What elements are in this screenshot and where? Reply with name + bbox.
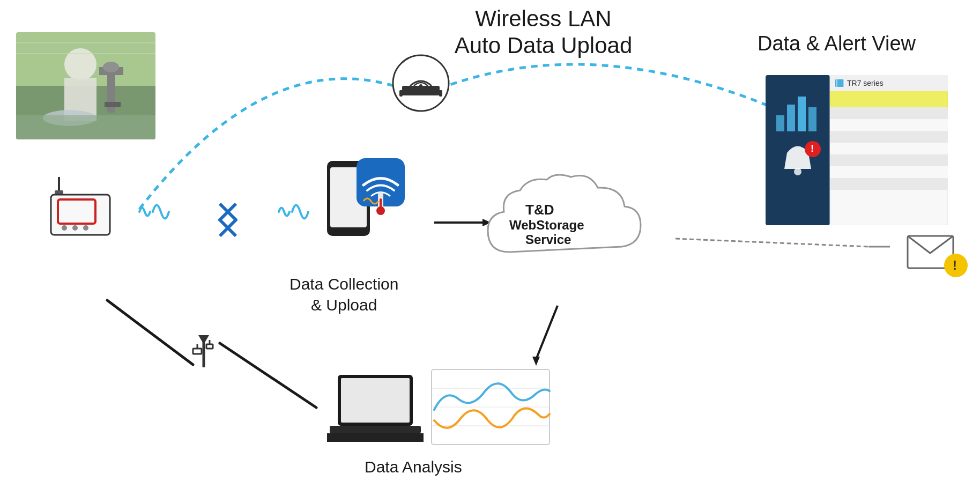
alert-view-title: Data & Alert View bbox=[758, 32, 916, 55]
svg-rect-17 bbox=[16, 115, 155, 139]
svg-point-26 bbox=[83, 225, 88, 231]
signal-waves-right bbox=[273, 190, 316, 235]
wifi-router bbox=[391, 54, 450, 120]
data-analysis-label: Data Analysis bbox=[365, 458, 462, 476]
smartphone bbox=[316, 156, 413, 265]
svg-text:TR7 series: TR7 series bbox=[847, 79, 884, 87]
wireless-lan-title: Wireless LAN Auto Data Upload bbox=[455, 5, 633, 60]
svg-rect-71 bbox=[341, 378, 410, 423]
svg-point-15 bbox=[103, 62, 119, 72]
svg-text:Service: Service bbox=[525, 232, 571, 247]
svg-rect-59 bbox=[830, 131, 948, 143]
svg-marker-73 bbox=[327, 433, 424, 442]
svg-rect-22 bbox=[51, 195, 110, 235]
svg-rect-14 bbox=[105, 102, 121, 107]
svg-rect-44 bbox=[787, 105, 795, 131]
laptop bbox=[327, 372, 424, 460]
svg-line-6 bbox=[675, 239, 868, 247]
svg-text:T&D: T&D bbox=[525, 202, 554, 218]
svg-rect-30 bbox=[439, 90, 442, 97]
diagram-container: Wireless LAN Auto Data Upload Data & Ale… bbox=[0, 0, 980, 503]
svg-rect-58 bbox=[830, 119, 948, 131]
svg-marker-3 bbox=[532, 357, 540, 366]
svg-text:WebStorage: WebStorage bbox=[509, 218, 584, 232]
svg-rect-72 bbox=[330, 426, 421, 433]
svg-point-31 bbox=[419, 84, 422, 87]
alert-panel: ! TR7 series bbox=[766, 75, 948, 225]
svg-rect-53 bbox=[835, 79, 844, 87]
svg-rect-46 bbox=[808, 107, 816, 131]
svg-rect-63 bbox=[830, 178, 948, 190]
svg-rect-60 bbox=[830, 143, 948, 154]
svg-line-5 bbox=[220, 343, 316, 408]
svg-marker-65 bbox=[198, 335, 209, 344]
svg-text:!: ! bbox=[811, 143, 814, 154]
svg-rect-57 bbox=[830, 107, 948, 119]
svg-rect-61 bbox=[830, 154, 948, 166]
svg-rect-43 bbox=[776, 115, 784, 131]
svg-point-25 bbox=[72, 225, 78, 231]
data-collection-label: Data Collection & Upload bbox=[289, 273, 398, 315]
svg-text:!: ! bbox=[953, 258, 957, 272]
email-alert: ! bbox=[905, 231, 969, 281]
svg-line-4 bbox=[107, 300, 193, 365]
svg-rect-45 bbox=[798, 97, 806, 131]
svg-rect-51 bbox=[830, 91, 948, 107]
svg-rect-29 bbox=[399, 90, 403, 97]
data-analysis-chart bbox=[429, 367, 552, 455]
svg-rect-37 bbox=[380, 198, 382, 211]
cloud-storage: T&D WebStorage Service bbox=[477, 166, 649, 276]
lab-image bbox=[16, 32, 155, 139]
svg-rect-66 bbox=[193, 349, 202, 354]
svg-line-2 bbox=[536, 306, 558, 359]
signal-waves-left bbox=[134, 190, 177, 235]
usb-icon bbox=[188, 332, 220, 378]
data-logger bbox=[48, 177, 118, 238]
svg-point-24 bbox=[62, 225, 67, 231]
svg-rect-62 bbox=[830, 166, 948, 178]
svg-rect-68 bbox=[206, 344, 213, 349]
svg-point-47 bbox=[794, 168, 801, 175]
bluetooth-icon bbox=[209, 193, 247, 249]
